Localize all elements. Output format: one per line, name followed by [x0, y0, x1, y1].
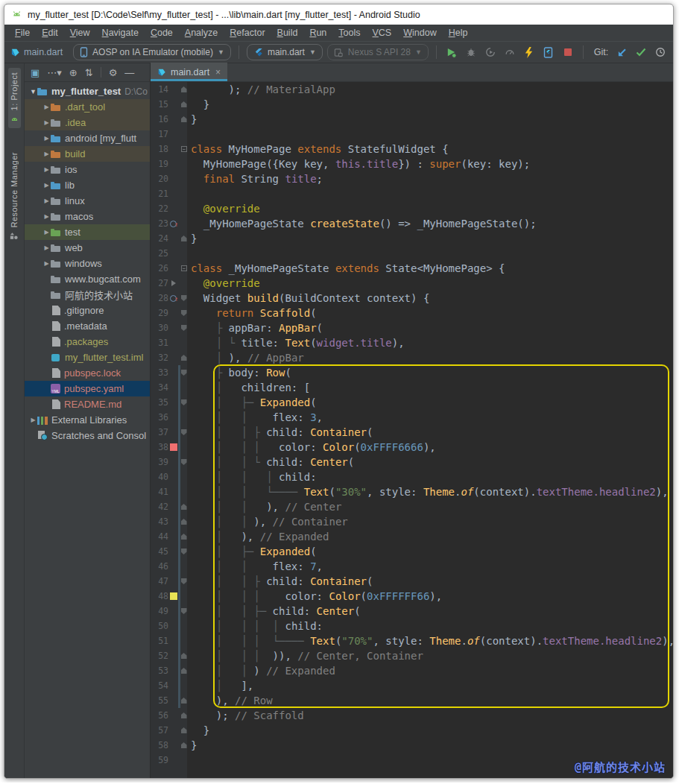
gutter-triangle-icon[interactable]	[168, 276, 178, 291]
target-device-dropdown[interactable]: Nexus S API 28 ▼	[327, 44, 429, 60]
project-tool-window-button[interactable]: 1: Project	[8, 68, 21, 128]
code-line[interactable]: 47 │ │ ├ child: Container(	[151, 574, 673, 589]
fold-marker-icon[interactable]	[180, 142, 187, 157]
fold-marker-icon[interactable]	[180, 261, 187, 276]
code-line[interactable]: 24}	[151, 231, 673, 246]
code-line[interactable]: 41 │ │ └──── Text("30%", style: Theme.of…	[151, 484, 673, 499]
project-pane-icon[interactable]: ▣	[31, 68, 40, 78]
fold-marker-icon[interactable]	[180, 231, 187, 246]
code-line[interactable]: 28 Widget build(BuildContext context) {	[151, 291, 673, 306]
code-text[interactable]: │ ), // AppBar	[187, 350, 304, 365]
fold-marker-icon[interactable]	[180, 514, 187, 529]
code-text[interactable]: │ │ ) // Expanded	[187, 663, 335, 678]
fold-marker-icon[interactable]	[180, 738, 187, 753]
fold-marker-icon[interactable]	[180, 425, 187, 440]
code-text[interactable]: │ children: [	[187, 380, 310, 395]
fold-marker-icon[interactable]	[180, 112, 187, 127]
code-text[interactable]: }	[187, 97, 209, 112]
code-editor[interactable]: 14 ); // MaterialApp15 }16}1718class MyH…	[151, 82, 673, 778]
code-line[interactable]: 42 │ │ ), // Center	[151, 499, 673, 514]
code-text[interactable]: │ │ ├ child: Container(	[187, 425, 373, 440]
tree-item-test[interactable]: ▶test	[25, 224, 150, 240]
code-text[interactable]: │ │ │ color: Color(0xFFFF6666),	[187, 440, 436, 455]
expand-arrow-icon[interactable]: ▶	[42, 260, 51, 267]
tree-item-build[interactable]: ▶build	[25, 146, 150, 162]
code-line[interactable]: 19 MyHomePage({Key key, this.title}) : s…	[151, 157, 673, 171]
fold-marker-icon[interactable]	[180, 663, 187, 678]
code-text[interactable]: │ │ ├─ child: Center(	[187, 604, 361, 619]
code-line[interactable]: 30 ├ appBar: AppBar(	[151, 320, 673, 335]
menu-item-vcs[interactable]: VCS	[367, 26, 398, 39]
run-button[interactable]	[444, 45, 459, 60]
tree-item-my-flutter-test-iml[interactable]: my_flutter_test.iml	[25, 350, 150, 365]
code-line[interactable]: 44 │ ), // Expanded	[151, 529, 673, 544]
code-line[interactable]: 53 │ │ ) // Expanded	[151, 663, 673, 678]
override-gutter-icon[interactable]	[168, 291, 178, 306]
code-text[interactable]: }	[187, 112, 197, 127]
code-text[interactable]: │ ],	[187, 678, 253, 693]
fold-marker-icon[interactable]	[180, 455, 187, 470]
tree-item-windows[interactable]: ▶windows	[25, 256, 150, 271]
code-text[interactable]: │ │ │ color: Color(0xFFFFFF66),	[187, 589, 442, 604]
code-line[interactable]: 57 }	[151, 723, 673, 738]
code-line[interactable]: 35 │ ├─ Expanded(	[151, 395, 673, 410]
profile-button[interactable]	[483, 45, 498, 60]
close-tab-icon[interactable]: ×	[215, 67, 221, 78]
menu-item-file[interactable]: File	[9, 26, 36, 39]
code-line[interactable]: 54 │ ],	[151, 678, 673, 693]
code-line[interactable]: 49 │ │ ├─ child: Center(	[151, 604, 673, 619]
code-line[interactable]: 22 @override	[151, 201, 673, 216]
code-line[interactable]: 48 │ │ │ color: Color(0xFFFFFF66),	[151, 589, 673, 604]
code-line[interactable]: 25	[151, 246, 673, 261]
fold-marker-icon[interactable]	[180, 82, 187, 97]
code-line[interactable]: 43 │ │ ), // Container	[151, 514, 673, 529]
code-text[interactable]: }	[187, 231, 197, 246]
code-line[interactable]: 34 │ children: [	[151, 380, 673, 395]
color-swatch-yellow[interactable]	[168, 589, 178, 604]
code-line[interactable]: 52 │ │ │ )), // Center, Container	[151, 648, 673, 663]
code-line[interactable]: 17	[151, 127, 673, 142]
locate-icon[interactable]: ⊕	[69, 68, 78, 78]
tree-item-macos[interactable]: ▶macos	[25, 209, 150, 224]
code-text[interactable]: │ │ ), // Container	[187, 514, 348, 529]
expand-arrow-icon[interactable]: ▶	[42, 197, 51, 204]
code-line[interactable]: 39 │ │ └ child: Center(	[151, 455, 673, 470]
collapse-all-icon[interactable]: ⇅	[85, 68, 93, 78]
code-line[interactable]: 16}	[151, 112, 673, 127]
code-text[interactable]: │ ), // Expanded	[187, 529, 329, 544]
code-line[interactable]: 38 │ │ │ color: Color(0xFFFF6666),	[151, 440, 673, 455]
code-line[interactable]: 50 │ │ │ │ child:	[151, 619, 673, 633]
fold-marker-icon[interactable]	[180, 320, 187, 335]
menu-item-help[interactable]: Help	[443, 26, 474, 39]
expand-arrow-icon[interactable]: ▶	[42, 119, 51, 126]
code-text[interactable]: │ │ ), // Center	[187, 499, 341, 514]
menu-item-view[interactable]: View	[64, 26, 96, 39]
code-line[interactable]: 20 final String title;	[151, 171, 673, 186]
tree-item-my-flutter-test[interactable]: ▼my_flutter_testD:\Co	[25, 83, 150, 99]
code-text[interactable]: class MyHomePage extends StatefulWidget …	[187, 142, 449, 157]
code-line[interactable]: 32 │ ), // AppBar	[151, 350, 673, 365]
code-text[interactable]: │ │ │ │ child:	[187, 619, 323, 633]
code-text[interactable]: │ ├─ Expanded(	[187, 395, 317, 410]
tree-item-lib[interactable]: ▶lib	[25, 177, 150, 193]
tree-item-linux[interactable]: ▶linux	[25, 193, 150, 209]
menu-item-edit[interactable]: Edit	[36, 26, 64, 39]
code-text[interactable]: ), // Row	[187, 693, 273, 708]
code-line[interactable]: 33 ├ body: Row(	[151, 365, 673, 380]
tree-item--metadata[interactable]: .metadata	[25, 318, 150, 334]
fold-marker-icon[interactable]	[180, 604, 187, 619]
fold-marker-icon[interactable]	[180, 97, 187, 112]
menu-item-code[interactable]: Code	[145, 26, 179, 39]
update-project-button[interactable]	[614, 45, 629, 60]
code-text[interactable]: │ └ title: Text(widget.title),	[187, 335, 405, 350]
menu-item-run[interactable]: Run	[303, 26, 332, 39]
tree-item-web[interactable]: ▶web	[25, 240, 150, 256]
profiler-gauge-button[interactable]	[502, 45, 517, 60]
code-line[interactable]: 23 _MyHomePageState createState() => _My…	[151, 216, 673, 231]
run-config-dropdown[interactable]: main.dart ▼	[247, 44, 323, 60]
fold-marker-icon[interactable]	[180, 574, 187, 589]
editor-tab-main-dart[interactable]: main.dart ×	[151, 63, 227, 81]
expand-arrow-icon[interactable]: ▶	[42, 182, 51, 189]
code-text[interactable]: │ │ ├ child: Container(	[187, 574, 373, 589]
code-text[interactable]: MyHomePage({Key key, this.title}) : supe…	[187, 157, 530, 171]
